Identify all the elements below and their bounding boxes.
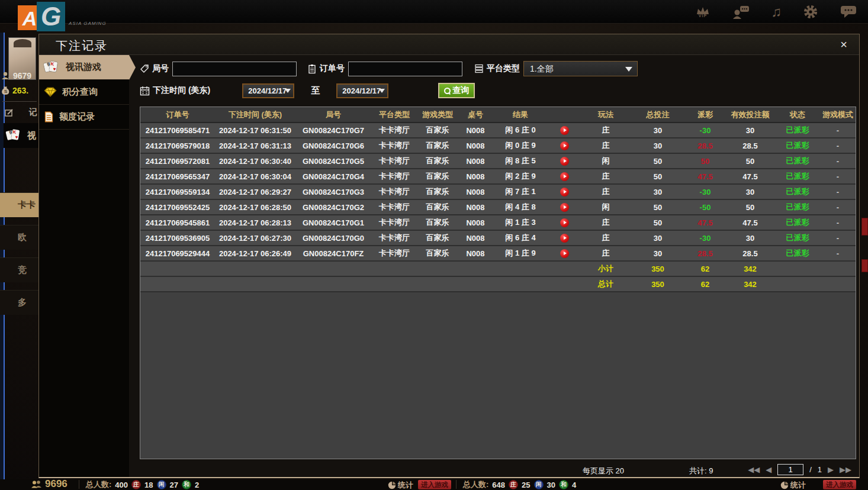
dropdown-arrow-icon (379, 89, 385, 93)
pagination-first-button[interactable]: ◀◀ (748, 465, 760, 474)
table-cell: GN00824C170G1 (295, 218, 371, 227)
page-divider: / (809, 465, 812, 474)
chat-button[interactable] (840, 5, 857, 19)
table-cell: 50 (631, 172, 685, 181)
playing-cards-icon: 9 K♥ (6, 129, 22, 142)
subtotal-row: 小计 350 62 342 (140, 262, 856, 277)
tab-label: 额度记录 (59, 111, 95, 122)
table-cell: 闲 7 庄 1 (493, 186, 548, 197)
enter-game-button[interactable]: 进入游戏 (823, 480, 856, 489)
person-chat-icon (732, 5, 750, 19)
replay-button[interactable] (560, 157, 569, 166)
table-cell: N008 (458, 218, 493, 227)
player-count: 30 (547, 481, 555, 489)
play-icon (564, 236, 567, 240)
column-header: 桌号 (458, 109, 493, 120)
pagination-prev-button[interactable]: ◀ (766, 465, 771, 474)
stats-button[interactable]: 统计 (780, 480, 806, 490)
table-row: 2412170695653472024-12-17 06:30:04GN0082… (140, 169, 856, 185)
table-cell: 241217069529444 (140, 249, 215, 258)
table-cell: - (820, 203, 856, 212)
online-count: 9696 (31, 478, 67, 490)
left-edge-blue-line (4, 33, 5, 479)
table-cell: 30 (631, 141, 685, 150)
table-cell: 50 (685, 157, 725, 166)
tie-badge: 和 (182, 480, 191, 489)
date-from-select[interactable]: 2024/12/17 (242, 83, 294, 98)
table-body: 2412170695854712024-12-17 06:31:50GN0082… (140, 123, 856, 262)
platform-type-select[interactable]: 1.全部 (523, 61, 638, 76)
pagination-next-button[interactable]: ▶ (828, 465, 834, 474)
total-count-label: 共计: 9 (689, 466, 713, 476)
date-to-select[interactable]: 2024/12/17 (336, 83, 388, 98)
table-cell: 2024-12-17 06:28:50 (215, 203, 295, 212)
top-bar: A G ASIA GAMING VIP ♫ (0, 0, 868, 24)
lobby-records-item[interactable]: 记 (5, 107, 37, 118)
replay-button[interactable] (560, 203, 569, 212)
replay-button[interactable] (560, 172, 569, 181)
tab-video-games[interactable]: 9 K♥ 视讯游戏 (39, 55, 129, 80)
chat-bubble-icon (840, 5, 857, 19)
per-page-label: 每页显示 20 (583, 466, 624, 476)
table-cell: 50 (725, 203, 775, 212)
play-icon (564, 128, 567, 132)
column-header: 平台类型 (371, 109, 417, 120)
lobby-balance: S 263. (1, 86, 28, 95)
tab-points-query[interactable]: 积分查询 (39, 80, 129, 105)
pie-chart-icon (780, 481, 789, 489)
music-button[interactable]: ♫ (771, 4, 782, 20)
lobby-video-games-label: 视 (27, 130, 36, 141)
table-row: 2412170695790182024-12-17 06:31:13GN0082… (140, 138, 856, 154)
enter-game-button[interactable]: 进入游戏 (418, 480, 451, 489)
table-cell: -30 (685, 188, 725, 196)
replay-button[interactable] (560, 249, 569, 258)
table-cell: 2024-12-17 06:30:40 (215, 157, 295, 166)
table-cell: - (820, 234, 856, 243)
play-icon (564, 252, 567, 255)
column-header: 状态 (775, 109, 820, 120)
vip-button[interactable]: VIP (695, 6, 711, 18)
gear-icon (803, 4, 818, 20)
replay-button[interactable] (560, 188, 569, 196)
table-cell: N008 (458, 126, 493, 135)
replay-button[interactable] (560, 126, 569, 135)
platform-icon (474, 64, 484, 73)
table-header-row: 订单号下注时间 (美东)局号平台类型游戏类型桌号结果玩法总投注派彩有效投注额状态… (140, 107, 856, 123)
table-cell: N008 (458, 234, 493, 243)
table-cell: 卡卡湾厅 (371, 186, 417, 197)
round-number-input[interactable] (172, 62, 297, 76)
subtotal-payout: 62 (685, 265, 725, 273)
pagination-last-button[interactable]: ▶▶ (840, 465, 851, 474)
stats-button[interactable]: 统计 (388, 480, 413, 490)
page-input[interactable] (777, 464, 803, 475)
tab-credit-records[interactable]: 额度记录 (39, 105, 129, 130)
table-cell: 2024-12-17 06:30:04 (215, 172, 295, 181)
order-number-input[interactable] (348, 62, 462, 76)
grand-total-label: 总计 (581, 279, 631, 289)
table-cell: GN00824C170G2 (295, 203, 371, 212)
table-stats-section: 总人数: 648 庄 25 闲 30 和 4 (463, 479, 576, 490)
clipboard-icon (307, 64, 317, 74)
table-cell: -50 (685, 203, 725, 212)
table-cell: - (820, 188, 856, 196)
table-cell: 2024-12-17 06:31:50 (215, 126, 295, 135)
replay-button[interactable] (560, 234, 569, 243)
query-button[interactable]: 查询 (438, 83, 475, 98)
enter-game-label: 进入游戏 (826, 481, 853, 488)
tie-count: 2 (195, 481, 199, 489)
table-row: 2412170695369052024-12-17 06:27:30GN0082… (140, 231, 856, 246)
replay-button[interactable] (560, 218, 569, 227)
customer-service-button[interactable] (732, 5, 750, 19)
table-cell: GN00824C170G7 (295, 126, 371, 135)
settings-button[interactable] (803, 4, 818, 20)
table-cell: 卡卡湾厅 (371, 156, 417, 166)
table-cell: 241217069565347 (140, 172, 215, 181)
table-cell: 已派彩 (775, 217, 820, 228)
bet-time-label: 下注时间 (美东) (153, 85, 210, 96)
column-header: 派彩 (685, 109, 725, 120)
close-button[interactable]: × (837, 37, 851, 51)
replay-button[interactable] (560, 141, 569, 150)
table-cell: 百家乐 (417, 233, 458, 243)
table-cell: 卡卡湾厅 (371, 140, 417, 151)
table-cell: 已派彩 (775, 171, 820, 182)
